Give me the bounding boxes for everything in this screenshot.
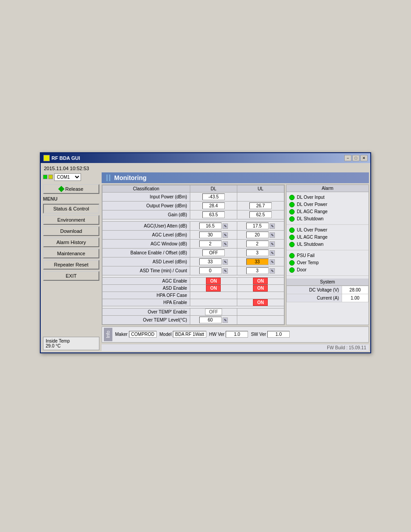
cell-ul-hpa-off bbox=[237, 292, 284, 299]
cell-ul-over-temp-level bbox=[237, 315, 284, 324]
maker-item: Maker COMPROD bbox=[115, 331, 157, 338]
panels-row: Classification DL UL Input Power (dBm) -… bbox=[102, 184, 369, 325]
edit-icon[interactable]: ✎ bbox=[223, 223, 228, 229]
table-row: Current (A) 1.00 bbox=[287, 294, 368, 302]
edit-icon[interactable]: ✎ bbox=[270, 250, 275, 256]
alarm-item: UL Over Power bbox=[289, 227, 366, 234]
alarm-item: Door bbox=[289, 266, 366, 274]
current-label: Current (A) bbox=[287, 294, 342, 302]
cell-dl-agc-enable: ON bbox=[190, 277, 237, 284]
alarm-panel: Alarm DL Over Input DL Over Power bbox=[286, 184, 369, 325]
download-button[interactable]: Download bbox=[43, 226, 99, 236]
cell-dl-hpa-off bbox=[190, 292, 237, 299]
alarm-led-over-temp bbox=[289, 260, 295, 266]
model-label: Model bbox=[159, 332, 171, 337]
btn-dl-over-temp-enable[interactable]: OFF bbox=[205, 309, 222, 315]
value-ul-asd-time: 3 bbox=[246, 267, 269, 274]
system-section: System DC Voltage (V) 28.00 Current (A) … bbox=[287, 279, 368, 302]
edit-icon[interactable]: ✎ bbox=[270, 268, 275, 274]
btn-ul-asd-enable[interactable]: ON bbox=[253, 285, 268, 292]
cell-dl-over-temp-level: 60 ✎ bbox=[190, 315, 237, 324]
edit-icon[interactable]: ✎ bbox=[270, 241, 275, 247]
cell-ul-agc-window: 2 ✎ bbox=[237, 239, 284, 248]
cell-ul-hpa-enable: ON bbox=[237, 299, 284, 306]
row-label-over-temp-level: Over TEMP' Level(°C) bbox=[103, 315, 190, 324]
edit-icon[interactable]: ✎ bbox=[223, 232, 228, 238]
row-label-hpa-off: HPA OFF Case bbox=[103, 292, 190, 299]
cell-ul-asd-enable: ON bbox=[237, 284, 284, 292]
table-row: Input Power (dBm) -43.5 bbox=[103, 192, 284, 201]
alarm-label-dl-over-input: DL Over Input bbox=[297, 195, 325, 200]
row-label-agc-window: AGC Window (dB) bbox=[103, 239, 190, 248]
edit-icon[interactable]: ✎ bbox=[223, 268, 228, 274]
alarm-history-button[interactable]: Alarm History bbox=[43, 237, 99, 247]
btn-dl-asd-enable[interactable]: ON bbox=[206, 285, 221, 292]
environment-button[interactable]: Environment bbox=[43, 215, 99, 225]
led-yellow bbox=[48, 175, 53, 179]
status-control-button[interactable]: Status & Control bbox=[43, 204, 99, 214]
alarm-label-door: Door bbox=[297, 267, 307, 272]
current-value: 1.00 bbox=[342, 294, 368, 302]
table-row: HPA OFF Case bbox=[103, 292, 284, 299]
value-dl-balance: OFF bbox=[202, 249, 225, 256]
btn-ul-agc-enable[interactable]: ON bbox=[253, 278, 268, 284]
value-dl-agc-atten: 16.5 bbox=[199, 223, 222, 229]
value-ul-balance: 3 bbox=[246, 249, 269, 256]
alarm-label-dl-over-power: DL Over Power bbox=[297, 202, 327, 207]
value-dl-gain: 63.5 bbox=[202, 211, 225, 218]
exit-button[interactable]: EXIT bbox=[43, 271, 99, 281]
row-label-asd-time: ASD Time (min) / Count bbox=[103, 266, 190, 275]
value-ul-output-power: 26.7 bbox=[249, 202, 272, 209]
com-port-select[interactable]: COM1 bbox=[54, 173, 81, 181]
cell-ul-input-power bbox=[237, 192, 284, 201]
title-bar-left: RF BDA GUI bbox=[43, 155, 80, 161]
row-label-gain: Gain (dB) bbox=[103, 210, 190, 219]
table-row: AGC Enable ON ON bbox=[103, 277, 284, 284]
repeater-reset-button[interactable]: Repeater Reset bbox=[43, 260, 99, 270]
cell-dl-over-temp-enable: OFF bbox=[190, 308, 237, 315]
table-row: ASD Time (min) / Count 0 ✎ 3 ✎ bbox=[103, 266, 284, 275]
table-row: Output Power (dBm) 28.4 26.7 bbox=[103, 201, 284, 210]
com-row: COM1 bbox=[43, 173, 99, 181]
value-dl-agc-window: 2 bbox=[199, 240, 222, 247]
edit-icon[interactable]: ✎ bbox=[270, 232, 275, 238]
minimize-button[interactable]: − bbox=[344, 155, 351, 161]
edit-icon[interactable]: ✎ bbox=[223, 317, 228, 323]
maker-value: COMPROD bbox=[129, 331, 157, 338]
alarm-label-ul-agc-range: UL AGC Range bbox=[297, 235, 328, 240]
value-ul-asd-level: 33 bbox=[246, 258, 269, 265]
edit-icon[interactable]: ✎ bbox=[223, 259, 228, 265]
edit-icon[interactable]: ✎ bbox=[270, 223, 275, 229]
hw-ver-item: HW Ver 1.0 bbox=[209, 331, 248, 338]
table-row: Over TEMP' Level(°C) 60 ✎ bbox=[103, 315, 284, 324]
alarm-item: DL Shutdown bbox=[289, 215, 366, 223]
maximize-button[interactable]: □ bbox=[352, 155, 360, 161]
col-classification: Classification bbox=[103, 185, 190, 192]
table-row: ASD Level (dBm) 33 ✎ 33 ✎ bbox=[103, 257, 284, 266]
release-label: Release bbox=[65, 186, 83, 192]
cell-ul-asd-time: 3 ✎ bbox=[237, 266, 284, 275]
edit-icon[interactable]: ✎ bbox=[270, 259, 275, 265]
sw-ver-value: 1.0 bbox=[267, 331, 290, 338]
main-layout: COM1 Release MENU Status & Control Envir… bbox=[42, 172, 369, 351]
btn-ul-hpa-enable[interactable]: ON bbox=[253, 299, 268, 306]
inside-temp-value: 29.0 °C bbox=[46, 343, 97, 348]
edit-icon[interactable]: ✎ bbox=[223, 241, 228, 247]
maintenance-button[interactable]: Maintenance bbox=[43, 249, 99, 258]
alarm-item: PSU Fail bbox=[289, 252, 366, 259]
alarm-label-dl-shutdown: DL Shutdown bbox=[297, 216, 324, 221]
hw-ver-value: 1.0 bbox=[226, 331, 248, 338]
btn-dl-agc-enable[interactable]: ON bbox=[206, 278, 221, 284]
alarm-item: Over Temp bbox=[289, 259, 366, 266]
release-button[interactable]: Release bbox=[43, 184, 99, 194]
row-label-balance: Balance Enable / Offset (dB) bbox=[103, 248, 190, 257]
datetime-display: 2015.11.04 10:52:53 bbox=[44, 166, 89, 171]
value-ul-agc-window: 2 bbox=[246, 240, 269, 247]
monitor-table: Classification DL UL Input Power (dBm) -… bbox=[102, 185, 284, 325]
info-tab-label: Info bbox=[104, 328, 112, 341]
value-ul-agc-atten: 17.5 bbox=[246, 223, 269, 229]
row-label-output-power: Output Power (dBm) bbox=[103, 201, 190, 210]
value-dl-agc-level: 30 bbox=[199, 232, 222, 238]
alarm-label-over-temp: Over Temp bbox=[297, 260, 319, 265]
close-button[interactable]: ✕ bbox=[360, 155, 368, 161]
